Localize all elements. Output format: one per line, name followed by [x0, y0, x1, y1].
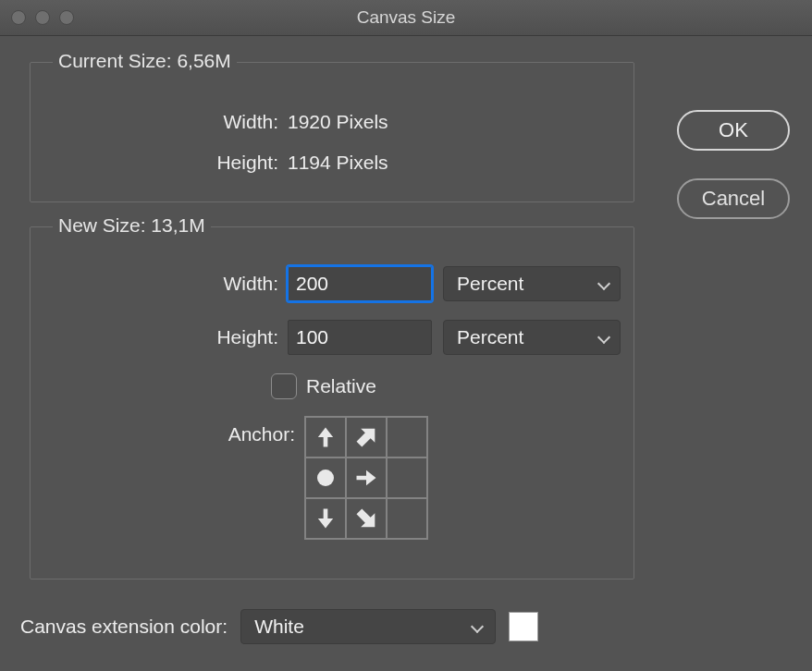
window-controls: [11, 10, 74, 25]
arrow-up-icon: [313, 424, 338, 450]
dialog-body: OK Cancel Current Size: 6,56M Width: 192…: [0, 36, 812, 671]
anchor-cell-ne[interactable]: [346, 417, 387, 458]
anchor-cell-n[interactable]: [305, 417, 346, 458]
chevron-down-icon: [597, 331, 610, 344]
ok-button-label: OK: [719, 118, 748, 142]
cancel-button-label: Cancel: [702, 187, 765, 211]
minimize-window-dot[interactable]: [35, 10, 50, 25]
extension-color-value: White: [254, 616, 304, 638]
ok-button[interactable]: OK: [677, 110, 790, 151]
anchor-cell-empty-br[interactable]: [387, 498, 427, 539]
extension-color-row: Canvas extension color: White: [20, 609, 538, 644]
current-size-group: Current Size: 6,56M Width: 1920 Pixels H…: [30, 62, 634, 202]
new-height-label[interactable]: Height:: [31, 326, 288, 348]
zoom-window-dot[interactable]: [59, 10, 74, 25]
relative-label[interactable]: Relative: [306, 375, 376, 397]
title-bar: Canvas Size: [0, 0, 812, 36]
anchor-cell-empty-tr[interactable]: [387, 417, 427, 458]
arrow-down-right-icon: [353, 506, 379, 531]
dialog-buttons: OK Cancel: [677, 110, 790, 219]
chevron-down-icon: [597, 277, 610, 290]
anchor-label: Anchor:: [31, 416, 304, 445]
extension-color-label: Canvas extension color:: [20, 616, 228, 638]
relative-checkbox[interactable]: [271, 373, 297, 399]
current-width-value: 1920 Pixels: [288, 111, 388, 133]
chevron-down-icon: [471, 620, 484, 633]
window-title: Canvas Size: [357, 7, 456, 28]
current-height-label: Height:: [31, 152, 288, 174]
svg-marker-2: [357, 470, 376, 485]
new-size-group: New Size: 13,1M Width: 200 Percent Heigh…: [30, 226, 634, 580]
new-width-unit-dropdown[interactable]: Percent: [443, 266, 621, 301]
new-width-label[interactable]: Width:: [31, 273, 288, 295]
svg-marker-0: [318, 428, 333, 447]
svg-marker-1: [357, 429, 375, 447]
arrow-right-icon: [353, 465, 379, 491]
new-height-unit-dropdown[interactable]: Percent: [443, 320, 621, 355]
new-height-unit-value: Percent: [457, 326, 523, 348]
anchor-grid: [304, 416, 428, 540]
new-height-input-value: 100: [296, 326, 328, 348]
svg-marker-3: [318, 509, 333, 529]
svg-marker-4: [357, 509, 375, 528]
extension-color-dropdown[interactable]: White: [240, 609, 496, 644]
anchor-center-dot-icon: [317, 470, 334, 486]
extension-color-swatch[interactable]: [509, 612, 538, 641]
anchor-cell-e[interactable]: [346, 458, 387, 498]
arrow-down-icon: [313, 506, 338, 531]
close-window-dot[interactable]: [11, 10, 26, 25]
new-width-input[interactable]: 200: [288, 266, 432, 301]
current-width-label: Width:: [31, 111, 288, 133]
cancel-button[interactable]: Cancel: [677, 178, 790, 219]
new-size-legend: New Size: 13,1M: [53, 214, 211, 237]
current-height-value: 1194 Pixels: [288, 152, 388, 174]
new-width-unit-value: Percent: [457, 273, 523, 295]
anchor-cell-se[interactable]: [346, 498, 387, 539]
anchor-cell-s[interactable]: [305, 498, 346, 539]
anchor-cell-center[interactable]: [305, 458, 346, 498]
new-width-input-value: 200: [296, 273, 328, 295]
arrow-up-right-icon: [353, 424, 379, 450]
current-size-legend: Current Size: 6,56M: [53, 50, 237, 72]
anchor-cell-empty-mr[interactable]: [387, 458, 427, 498]
new-height-input[interactable]: 100: [288, 320, 432, 355]
